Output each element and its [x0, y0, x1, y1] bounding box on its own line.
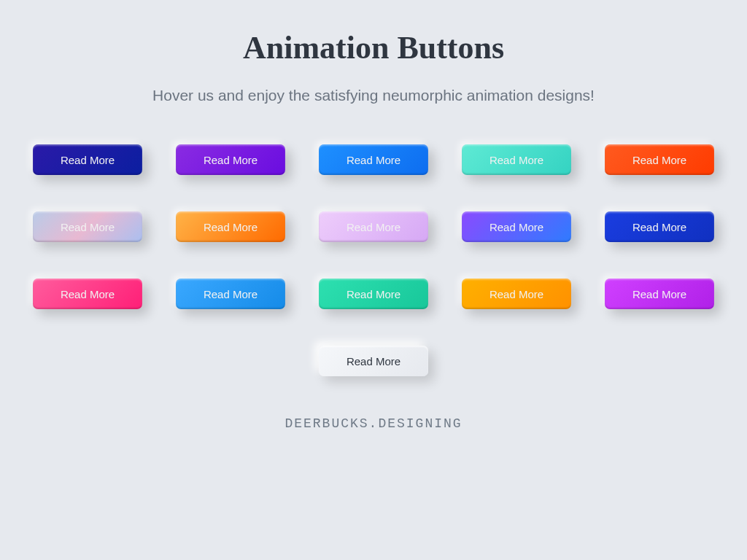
btn-sky[interactable]: Read More	[176, 279, 285, 309]
btn-lavender[interactable]: Read More	[319, 211, 428, 242]
page-title: Animation Buttons	[0, 29, 747, 66]
button-grid: Read MoreRead MoreRead MoreRead MoreRead…	[23, 144, 724, 376]
btn-teal[interactable]: Read More	[462, 144, 571, 175]
footer-brand: DEERBUCKS.DESIGNING	[0, 416, 747, 431]
btn-royal-blue[interactable]: Read More	[605, 211, 714, 242]
btn-navy[interactable]: Read More	[33, 144, 142, 175]
btn-mint[interactable]: Read More	[319, 279, 428, 309]
btn-amber[interactable]: Read More	[462, 279, 571, 309]
btn-pastel-grad[interactable]: Read More	[33, 211, 142, 242]
btn-magenta[interactable]: Read More	[605, 279, 714, 309]
btn-neutral[interactable]: Read More	[319, 346, 428, 376]
btn-pink[interactable]: Read More	[33, 279, 142, 309]
btn-red-orange[interactable]: Read More	[605, 144, 714, 175]
btn-orange[interactable]: Read More	[176, 211, 285, 242]
btn-violet[interactable]: Read More	[176, 144, 285, 175]
page-subtitle: Hover us and enjoy the satisfying neumor…	[0, 87, 747, 104]
btn-azure[interactable]: Read More	[319, 144, 428, 175]
btn-purple-blue[interactable]: Read More	[462, 211, 571, 242]
